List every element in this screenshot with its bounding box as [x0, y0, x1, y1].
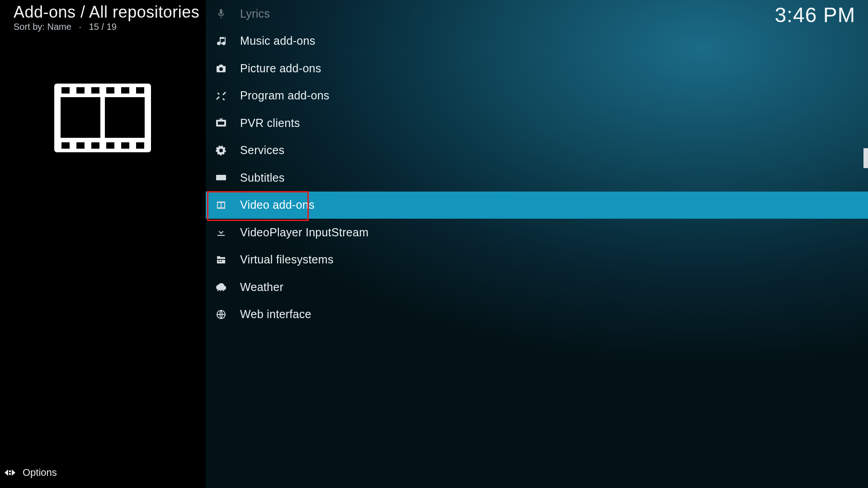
category-list: LyricsMusic add-onsPicture add-onsProgra… — [206, 0, 868, 488]
svg-rect-7 — [121, 87, 129, 94]
svg-rect-11 — [91, 142, 99, 149]
category-label: Picture add-ons — [240, 62, 321, 75]
tools-icon — [215, 90, 227, 101]
film-icon — [215, 200, 227, 211]
tv-icon — [215, 117, 227, 128]
svg-rect-1 — [61, 97, 100, 138]
sort-line: Sort by: Name · 15 / 19 — [14, 22, 117, 32]
svg-rect-2 — [105, 97, 145, 138]
gear-icon — [215, 145, 227, 156]
category-item-subtitles[interactable]: Subtitles — [206, 164, 868, 192]
svg-marker-17 — [12, 469, 15, 476]
category-label: Music add-ons — [240, 34, 315, 47]
options-button[interactable]: Options — [4, 466, 57, 479]
scrollbar-thumb[interactable] — [863, 148, 868, 168]
category-item-picture-add-ons[interactable]: Picture add-ons — [206, 55, 868, 82]
category-item-weather[interactable]: Weather — [206, 273, 868, 301]
svg-rect-14 — [136, 142, 144, 149]
options-label: Options — [23, 467, 57, 479]
category-item-virtual-filesystems[interactable]: Virtual filesystems — [206, 246, 868, 274]
download-icon — [215, 227, 227, 238]
category-label: Subtitles — [240, 171, 285, 184]
svg-rect-13 — [121, 142, 129, 149]
music-note-icon — [215, 36, 227, 47]
sort-label: Sort by: Name — [14, 22, 71, 32]
category-label: Video add-ons — [240, 198, 315, 211]
folder-tree-icon — [215, 254, 227, 265]
category-label: Program add-ons — [240, 89, 330, 102]
svg-rect-5 — [91, 87, 99, 94]
page-title: Add-ons / All repositories — [14, 3, 199, 22]
svg-rect-9 — [61, 142, 70, 149]
category-label: Lyrics — [240, 7, 270, 20]
preview-film-icon — [54, 84, 151, 152]
svg-rect-12 — [106, 142, 114, 149]
sidebar-background — [0, 0, 206, 488]
category-item-program-add-ons[interactable]: Program add-ons — [206, 82, 868, 110]
keyboard-icon — [215, 172, 227, 183]
category-item-services[interactable]: Services — [206, 137, 868, 164]
category-item-lyrics[interactable]: Lyrics — [206, 0, 868, 28]
category-label: Services — [240, 144, 284, 157]
category-item-music-add-ons[interactable]: Music add-ons — [206, 28, 868, 55]
category-label: Weather — [240, 281, 283, 294]
category-item-pvr-clients[interactable]: PVR clients — [206, 109, 868, 137]
weather-icon — [215, 282, 227, 292]
svg-rect-4 — [76, 87, 85, 94]
category-label: PVR clients — [240, 117, 300, 130]
category-item-videoplayer-inputstream[interactable]: VideoPlayer InputStream — [206, 219, 868, 246]
category-item-web-interface[interactable]: Web interface — [206, 301, 868, 328]
svg-rect-3 — [61, 87, 70, 94]
svg-marker-16 — [5, 469, 8, 476]
options-arrows-icon — [4, 466, 16, 479]
microphone-icon — [215, 8, 227, 19]
svg-rect-18 — [9, 470, 11, 472]
list-position: 15 / 19 — [89, 22, 117, 32]
category-item-video-add-ons[interactable]: Video add-ons — [206, 192, 868, 219]
svg-rect-6 — [106, 87, 114, 94]
globe-icon — [215, 309, 227, 320]
svg-rect-19 — [9, 473, 11, 475]
svg-rect-10 — [76, 142, 85, 149]
svg-rect-8 — [136, 87, 144, 94]
category-label: Virtual filesystems — [240, 253, 334, 266]
category-label: VideoPlayer InputStream — [240, 226, 368, 239]
category-label: Web interface — [240, 308, 311, 321]
camera-icon — [215, 63, 227, 74]
